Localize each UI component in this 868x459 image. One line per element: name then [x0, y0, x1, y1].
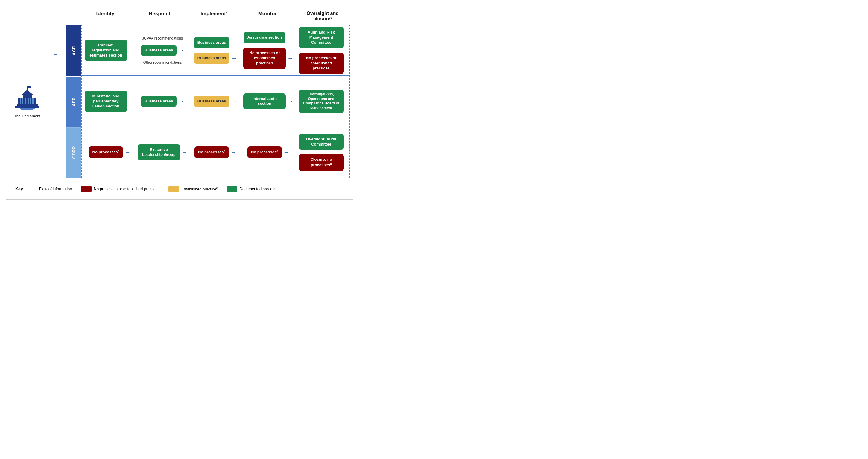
row-label-afp: AFP — [66, 76, 81, 127]
key-label: Key — [15, 187, 23, 191]
key-red-box — [81, 186, 92, 192]
row-labels: AGD AFP CDPP — [66, 25, 81, 178]
arrow-to-afp: → — [45, 98, 66, 105]
afp-row: Ministerial and parliamentary liaison se… — [82, 76, 349, 127]
column-headers: Identify Respond Implementa Monitorb Ove… — [78, 9, 350, 23]
afp-respond-cell: Business areas — [136, 94, 189, 108]
cdpp-oversight-box2: Closure: no processesd — [299, 154, 344, 171]
agd-identify-cell: Cabinet, legislation and estimates secti… — [83, 38, 136, 63]
left-section: The Parliament → → → — [9, 25, 66, 178]
key-green-box — [227, 186, 237, 192]
cdpp-respond-box: Executive Leadership Group — [137, 144, 180, 161]
key-red-item: No processes or established practices — [81, 186, 160, 192]
key-arrow-item: → Flow of information — [32, 186, 72, 192]
key-yellow-item: Established practicee — [168, 186, 218, 192]
agd-implement-arrow2 — [231, 55, 237, 62]
agd-monitor-box2: No processes or established practices — [243, 48, 286, 69]
agd-oversight-box2: No processes or established practices — [299, 53, 344, 74]
cdpp-respond-cell: Executive Leadership Group — [136, 143, 189, 162]
svg-rect-11 — [17, 104, 38, 106]
svg-rect-12 — [15, 106, 39, 108]
svg-rect-13 — [20, 108, 35, 109]
key-yellow-box — [168, 186, 179, 192]
header-oversight: Oversight and closurec — [295, 9, 350, 23]
agd-respond-box1: Business areas — [141, 45, 177, 56]
agd-monitor-arrow1 — [287, 34, 293, 41]
header-respond: Respond — [132, 9, 187, 23]
cdpp-oversight-cell: Oversight: Audit Committee Closure: no p… — [295, 132, 348, 172]
key-yellow-label: Established practicee — [181, 187, 218, 191]
svg-marker-2 — [21, 90, 33, 95]
row-label-agd: AGD — [66, 25, 81, 76]
afp-identify-cell: Ministerial and parliamentary liaison se… — [83, 89, 136, 113]
key-green-label: Documented process — [240, 187, 276, 191]
agd-oversight-cell: Audit and Risk Management Committee No p… — [295, 25, 348, 75]
agd-respond-arrow1 — [178, 47, 184, 54]
svg-rect-9 — [30, 98, 31, 104]
afp-identify-box: Ministerial and parliamentary liaison se… — [85, 91, 127, 112]
agd-implement-box2: Business areas — [194, 53, 229, 64]
agd-implement-cell: Business areas Business areas — [189, 36, 242, 65]
agd-other-label: Other recommendations — [143, 60, 182, 65]
svg-rect-3 — [23, 95, 32, 98]
cdpp-implement-box: No processesd — [194, 146, 229, 158]
afp-implement-cell: Business areas — [189, 94, 242, 108]
afp-monitor-arrow — [287, 98, 293, 105]
cdpp-row: No processesd Executive Leadership Group — [82, 127, 349, 177]
svg-rect-14 — [21, 109, 33, 111]
diagram-container: Identify Respond Implementa Monitorb Ove… — [6, 6, 353, 200]
svg-rect-8 — [28, 98, 29, 104]
agd-monitor-box1: Assurance section — [244, 32, 285, 43]
content-grid: Cabinet, legislation and estimates secti… — [81, 25, 350, 178]
key-green-item: Documented process — [227, 186, 276, 192]
cdpp-identify-cell: No processesd — [83, 145, 136, 159]
afp-identify-arrow — [129, 98, 135, 105]
cdpp-identify-arrow — [124, 149, 130, 156]
agd-implement-arrow1 — [231, 39, 237, 46]
key-red-label: No processes or established practices — [94, 187, 160, 191]
svg-rect-7 — [25, 98, 26, 104]
cdpp-respond-arrow — [182, 149, 188, 156]
afp-respond-arrow — [178, 98, 184, 105]
agd-row: Cabinet, legislation and estimates secti… — [82, 25, 349, 76]
parliament-icon — [12, 84, 42, 111]
arrow-to-agd: → — [45, 51, 66, 58]
agd-implement-box1: Business areas — [194, 37, 229, 48]
afp-implement-box: Business areas — [194, 96, 229, 107]
agd-monitor-cell: Assurance section No processes or establ… — [242, 31, 295, 70]
main-area: The Parliament → → → AGD AFP CDPP Cabine… — [9, 25, 350, 178]
parliament-label: The Parliament — [14, 114, 40, 118]
agd-identify-box: Cabinet, legislation and estimates secti… — [85, 40, 127, 61]
cdpp-monitor-box: No processesd — [247, 146, 282, 158]
afp-oversight-cell: Investigations, Operations and Complianc… — [295, 88, 348, 114]
afp-oversight-box: Investigations, Operations and Complianc… — [299, 89, 344, 113]
parliament-arrows: → → → — [45, 25, 66, 178]
afp-monitor-box: Internal audit section — [243, 93, 286, 110]
cdpp-monitor-cell: No processesd — [242, 145, 295, 159]
svg-rect-10 — [32, 98, 33, 104]
afp-implement-arrow — [231, 98, 237, 105]
svg-rect-5 — [20, 98, 21, 104]
header-implement: Implementa — [187, 9, 241, 23]
cdpp-oversight-box1: Oversight: Audit Committee — [299, 134, 344, 150]
arrow-to-cdpp: → — [45, 145, 66, 152]
agd-jcpaa-label: JCPAA recommendations — [142, 36, 183, 40]
agd-monitor-arrow2 — [287, 55, 293, 62]
svg-rect-6 — [22, 98, 23, 104]
header-monitor: Monitorb — [241, 9, 296, 23]
cdpp-implement-cell: No processesd — [189, 145, 242, 159]
cdpp-identify-box: No processesd — [89, 146, 123, 158]
svg-rect-1 — [27, 86, 31, 88]
parliament-column: The Parliament — [9, 25, 45, 178]
agd-identify-arrow — [129, 47, 135, 54]
key-arrow-label: Flow of information — [39, 187, 72, 191]
cdpp-monitor-arrow — [283, 149, 289, 156]
cdpp-implement-arrow — [230, 149, 236, 156]
afp-monitor-cell: Internal audit section — [242, 92, 295, 111]
key-section: Key → Flow of information No processes o… — [9, 181, 350, 196]
agd-respond-cell: JCPAA recommendations Business areas Oth… — [136, 35, 189, 66]
key-arrow-icon: → — [32, 186, 37, 192]
header-identify: Identify — [78, 9, 132, 23]
row-label-cdpp: CDPP — [66, 127, 81, 178]
agd-oversight-box1: Audit and Risk Management Committee — [299, 27, 344, 48]
